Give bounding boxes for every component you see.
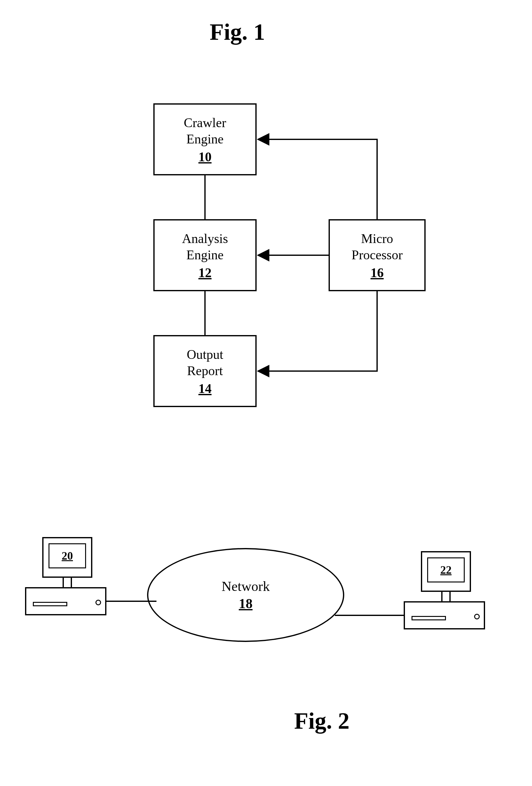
network-ellipse: Network 18: [147, 548, 344, 642]
left-computer-icon: 20: [25, 537, 106, 622]
output-report-ref: 14: [198, 381, 212, 396]
arrow-processor-to-output: [258, 291, 377, 371]
crawler-engine-box: Crawler Engine 10: [153, 103, 257, 176]
micro-processor-ref: 16: [370, 265, 384, 280]
right-computer-icon: 22: [404, 551, 485, 636]
connectors-overlay: [0, 0, 532, 786]
micro-processor-label: Micro Processor: [352, 230, 403, 263]
analysis-engine-ref: 12: [198, 265, 212, 280]
analysis-engine-label: Analysis Engine: [182, 230, 228, 263]
crawler-engine-ref: 10: [198, 149, 212, 164]
micro-processor-box: Micro Processor 16: [329, 219, 426, 291]
network-label: Network: [222, 578, 270, 594]
output-report-box: Output Report 14: [153, 335, 257, 407]
figure-2-title: Fig. 2: [294, 708, 349, 734]
page: Fig. 1 Crawler Engine 10 Analysis Engine…: [0, 0, 532, 786]
arrow-processor-to-crawler: [258, 139, 377, 219]
figure-1-title: Fig. 1: [210, 19, 265, 45]
left-computer-ref: 20: [62, 549, 73, 562]
crawler-engine-label: Crawler Engine: [184, 115, 226, 147]
right-computer-ref: 22: [440, 563, 452, 577]
analysis-engine-box: Analysis Engine 12: [153, 219, 257, 291]
network-ref: 18: [239, 596, 252, 611]
output-report-label: Output Report: [187, 346, 223, 379]
